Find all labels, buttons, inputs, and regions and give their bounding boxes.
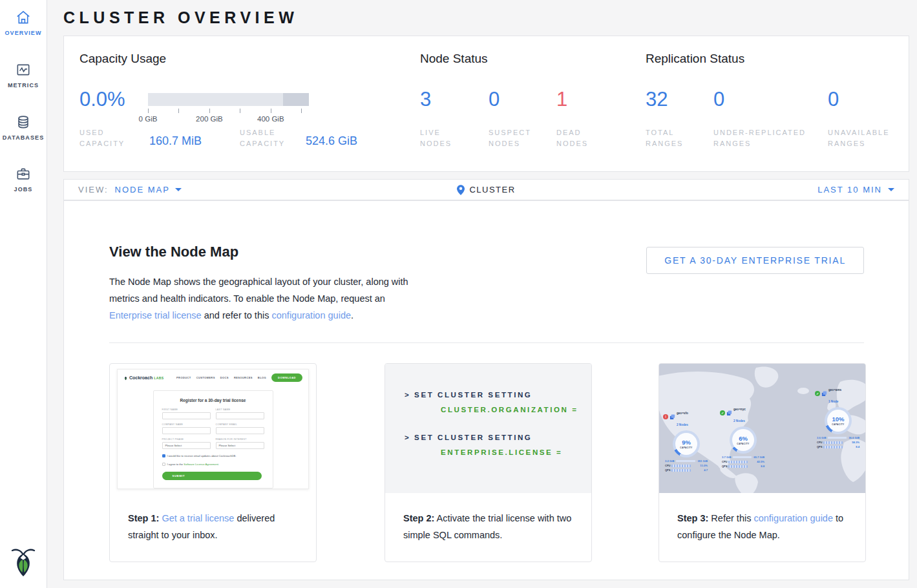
configuration-guide-link[interactable]: configuration guide — [271, 310, 351, 320]
first-name-field — [162, 412, 211, 419]
step1-thumbnail: Cockroach LABS PRODUCT CUSTOMERS DOCS RE… — [110, 364, 316, 493]
reason-select: Please Select — [216, 442, 264, 449]
live-status-badge: ✓ — [720, 410, 725, 415]
trial-registration-form: Register for a 30-day trial license FIRS… — [153, 390, 273, 488]
sidebar-item-overview[interactable]: OVERVIEW — [0, 9, 47, 36]
software-license-link: Software License Agreement. — [184, 463, 219, 466]
node-cube-icon — [726, 410, 732, 416]
tick-label: 200 GiB — [196, 115, 223, 123]
capacity-gauge-bar — [148, 93, 309, 106]
usable-capacity-label: USABLECAPACITY — [240, 127, 285, 149]
database-icon — [15, 114, 32, 131]
breadcrumb-cluster-label: CLUSTER — [469, 185, 515, 194]
step3-caption: Step 3: Refer this configuration guide t… — [659, 493, 865, 543]
usable-capacity-value: 524.6 GiB — [306, 134, 357, 148]
live-status-badge: ✓ — [815, 391, 820, 396]
total-ranges-label: TOTALRANGES — [646, 127, 683, 149]
view-bar: VIEW: NODE MAP CLUSTER LAST 10 MIN — [63, 179, 909, 200]
suspect-nodes-label: SUSPECTNODES — [489, 127, 531, 149]
capacity-ring: 10%CAPACITY — [825, 407, 852, 434]
enterprise-trial-license-link[interactable]: Enterprise trial license — [109, 310, 202, 320]
unavailable-ranges-label: UNAVAILABLERANGES — [828, 127, 890, 149]
sidebar-item-jobs[interactable]: JOBS — [0, 165, 47, 193]
divider — [109, 342, 864, 343]
sidebar-item-label: JOBS — [0, 186, 47, 193]
tick-label: 400 GiB — [257, 115, 284, 123]
sidebar-item-metrics[interactable]: METRICS — [0, 61, 47, 89]
capacity-ring: 6%CAPACITY — [730, 426, 757, 454]
step3-card: ! geo=sfo2 Nodes 9%CAPACITY 3.2 GiB351 G… — [659, 363, 866, 562]
chevron-down-icon — [888, 188, 894, 191]
capacity-usage-title: Capacity Usage — [79, 52, 166, 66]
gauge-reserved-segment — [283, 93, 309, 106]
get-enterprise-trial-button[interactable]: GET A 30-DAY ENTERPRISE TRIAL — [646, 247, 864, 274]
map-pin-icon — [457, 185, 465, 195]
sidebar-item-label: OVERVIEW — [0, 30, 47, 36]
step1-card: Cockroach LABS PRODUCT CUSTOMERS DOCS RE… — [109, 363, 317, 562]
briefcase-icon — [15, 165, 32, 182]
page-title: CLUSTER OVERVIEW — [63, 8, 298, 27]
live-nodes-label: LIVENODES — [420, 127, 452, 149]
sidebar-item-label: METRICS — [0, 82, 47, 89]
replication-status-title: Replication Status — [646, 52, 744, 66]
sql-command: > SET CLUSTER SETTING — [405, 434, 591, 441]
home-icon — [15, 9, 32, 26]
get-trial-license-link[interactable]: Get a trial license — [162, 513, 234, 523]
time-range-value: LAST 10 MIN — [817, 185, 882, 194]
cluster-summary-panel: Capacity Usage 0.0% 0 GiB 200 GiB 400 Gi… — [63, 36, 909, 172]
cockroach-labs-logo: Cockroach LABS — [123, 375, 163, 381]
node-cube-icon — [669, 414, 675, 420]
gauge-ticks — [148, 109, 309, 115]
dead-nodes-value: 1 — [556, 88, 567, 111]
company-name-field — [162, 427, 211, 434]
step2-thumbnail: > SET CLUSTER SETTING CLUSTER.ORGANIZATI… — [385, 364, 591, 493]
step1-caption: Step 1: Get a trial license delivered st… — [110, 493, 316, 543]
app-root: OVERVIEW METRICS DATABASES JOBS — [0, 0, 917, 588]
node-map-heading: View the Node Map — [109, 244, 238, 260]
live-nodes-value: 3 — [420, 88, 431, 111]
email-updates-checkbox — [162, 454, 165, 457]
company-email-field — [216, 427, 264, 434]
under-replicated-ranges-label: UNDER-REPLICATEDRANGES — [713, 127, 806, 149]
node-cube-icon — [821, 391, 827, 397]
capacity-ring: 9%CAPACITY — [673, 430, 700, 457]
sql-argument: ENTERPRISE.LICENSE = — [441, 448, 591, 456]
used-capacity-value: 160.7 MiB — [149, 134, 202, 148]
map-node-ams: ✓ geo=ams1 Node 10%CAPACITY 3.6 GiB36.6 … — [815, 382, 861, 448]
total-ranges-value: 32 — [646, 88, 668, 111]
registration-screenshot: Cockroach LABS PRODUCT CUSTOMERS DOCS RE… — [117, 369, 309, 489]
gauge-usable-segment — [148, 93, 283, 106]
content: CLUSTER OVERVIEW Capacity Usage 0.0% 0 G… — [47, 0, 917, 588]
step2-caption: Step 2: Activate the trial license with … — [385, 493, 591, 543]
cockroach-bug-icon — [123, 375, 128, 381]
sidebar: OVERVIEW METRICS DATABASES JOBS — [0, 0, 47, 588]
dead-status-badge: ! — [663, 414, 668, 419]
submit-button: SUBMIT — [162, 472, 262, 480]
metrics-chart-icon — [15, 61, 32, 78]
unavailable-ranges-value: 0 — [828, 88, 839, 111]
sidebar-item-label: DATABASES — [0, 134, 47, 141]
node-map-thumbnail: ! geo=sfo2 Nodes 9%CAPACITY 3.2 GiB351 G… — [659, 364, 865, 493]
gauge-tick-labels: 0 GiB 200 GiB 400 GiB — [148, 115, 309, 124]
node-map-panel: View the Node Map The Node Map shows the… — [63, 200, 909, 580]
node-status-title: Node Status — [420, 52, 488, 66]
sidebar-item-databases[interactable]: DATABASES — [0, 114, 47, 141]
sql-argument: CLUSTER.ORGANIZATION = — [441, 406, 591, 414]
time-range-dropdown[interactable]: LAST 10 MIN — [817, 180, 894, 200]
cockroachdb-logo — [8, 545, 38, 579]
form-title: Register for a 30-day trial license — [162, 398, 264, 403]
dead-nodes-label: DEADNODES — [556, 127, 588, 149]
minisite-header: Cockroach LABS PRODUCT CUSTOMERS DOCS RE… — [118, 370, 308, 382]
suspect-nodes-value: 0 — [489, 88, 500, 111]
capacity-percent: 0.0% — [79, 88, 125, 111]
under-replicated-ranges-value: 0 — [713, 88, 724, 111]
node-map-description: The Node Map shows the geographical layo… — [109, 273, 412, 324]
configuration-guide-link[interactable]: configuration guide — [754, 513, 833, 523]
minisite-nav: PRODUCT CUSTOMERS DOCS RESOURCES BLOG DO… — [176, 373, 302, 382]
download-button: DOWNLOAD — [271, 373, 302, 382]
sql-command: > SET CLUSTER SETTING — [405, 391, 591, 399]
map-node-nyc: ✓ geo=nyc2 Nodes 6%CAPACITY 3.7 GiB65.7 … — [720, 401, 766, 468]
breadcrumb[interactable]: CLUSTER — [64, 180, 909, 200]
tick-label: 0 GiB — [139, 115, 158, 123]
project-phase-select: Please Select — [162, 442, 211, 449]
